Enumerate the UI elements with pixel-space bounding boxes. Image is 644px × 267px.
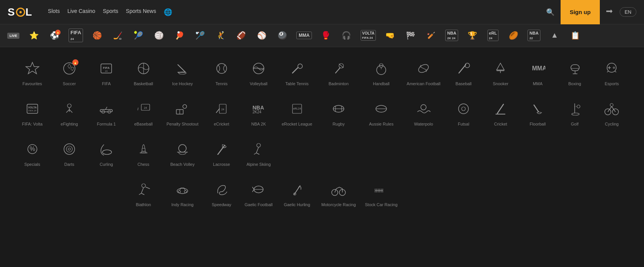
sport-card-icehockey[interactable]: Ice Hockey bbox=[163, 55, 201, 92]
esports-nav-icon: 🎧 bbox=[342, 31, 351, 40]
sport-card-boxing[interactable]: Boxing bbox=[558, 55, 591, 92]
sport-card-erocketleague[interactable]: eRL24 eRocket League bbox=[279, 95, 315, 132]
nav-tennis[interactable]: 🎾 bbox=[129, 29, 148, 42]
sport-card-rugby[interactable]: Rugby bbox=[318, 95, 359, 132]
nav-nba[interactable]: NBA22 bbox=[524, 28, 543, 43]
svg-rect-33 bbox=[571, 65, 579, 71]
sport-label: Darts bbox=[64, 162, 74, 167]
volleyball-icon: 🏐 bbox=[154, 31, 164, 40]
sport-label: Gaelic Hurling bbox=[284, 202, 310, 207]
nav-up[interactable]: ▲ bbox=[545, 29, 564, 42]
nav-basketball[interactable]: 🏀 bbox=[88, 29, 107, 42]
sport-card-penaltyshootout[interactable]: Penalty Shootout bbox=[163, 95, 201, 132]
sport-card-ecricket[interactable]: 24 eCricket bbox=[205, 95, 238, 132]
search-button[interactable]: 🔍 bbox=[546, 8, 555, 16]
sport-card-alpineskiing[interactable]: Alpine Skiing bbox=[241, 135, 275, 173]
sport-card-cricket[interactable]: Cricket bbox=[484, 95, 518, 132]
sport-card-tennis[interactable]: Tennis bbox=[205, 55, 238, 92]
nav-table-tennis[interactable]: 🏓 bbox=[170, 29, 189, 42]
sport-card-fifa[interactable]: FIFA24 FIFA bbox=[89, 55, 123, 92]
nav-baseball[interactable]: ⚾ bbox=[252, 29, 271, 42]
sport-card-gaelicfootball[interactable]: Gaelic Football bbox=[241, 176, 275, 213]
sport-card-speedway[interactable]: Speedway bbox=[205, 176, 238, 213]
nav-formula1[interactable]: 🏁 bbox=[401, 29, 420, 42]
nav-live[interactable]: LIVE bbox=[4, 31, 23, 40]
nav-live-casino[interactable]: Live Casino bbox=[67, 8, 95, 16]
motorcycleracing-icon bbox=[331, 182, 346, 199]
nav-volta[interactable]: VOLTAFIFA 24 bbox=[358, 29, 379, 43]
globe-icon: 🌐 bbox=[164, 8, 172, 16]
sport-card-volleyball[interactable]: Volleyball bbox=[241, 55, 275, 92]
logo[interactable]: SL bbox=[8, 6, 33, 18]
sport-card-americanfootball[interactable]: American Football bbox=[404, 55, 444, 92]
nav-soccer[interactable]: ⚽🔥 bbox=[45, 29, 64, 42]
svg-point-20 bbox=[377, 65, 386, 75]
sport-card-waterpolo[interactable]: Waterpolo bbox=[404, 95, 444, 132]
nav-rugby[interactable]: 🏉 bbox=[504, 29, 523, 42]
nav-ice-hockey[interactable]: 🏒 bbox=[108, 29, 127, 42]
nav-fifa[interactable]: FIFA24 bbox=[66, 27, 86, 44]
sport-card-efighting[interactable]: eFighting bbox=[52, 95, 86, 132]
sports-nav-bar: LIVE ⭐ ⚽🔥 FIFA24 🏀 🏒 🎾 🏐 🏓 🏸 🤾 🏈 ⚾ 🎱 MMA bbox=[0, 24, 644, 47]
sport-card-motorcycleracing[interactable]: Motorcycle Racing bbox=[318, 176, 359, 213]
sport-card-specials[interactable]: % Specials bbox=[15, 135, 49, 173]
star-icon: ⭐ bbox=[29, 31, 39, 40]
nav-trophy[interactable]: 🏆 bbox=[463, 29, 482, 42]
login-button[interactable]: ⮕ bbox=[606, 8, 614, 16]
nav-erocketleague[interactable]: eRL24 bbox=[483, 28, 502, 43]
sport-card-badminton[interactable]: Badminton bbox=[318, 55, 359, 92]
sport-card-floorball[interactable]: Floorball bbox=[521, 95, 555, 132]
sport-card-chess[interactable]: Chess bbox=[126, 135, 160, 173]
nav-snooker[interactable]: 🎱 bbox=[273, 29, 292, 42]
svg-line-42 bbox=[615, 71, 616, 72]
nav-sports[interactable]: Sports bbox=[103, 8, 118, 16]
sport-card-tabletennis[interactable]: Table Tennis bbox=[279, 55, 315, 92]
nav-american-football[interactable]: 🏈 bbox=[232, 29, 251, 42]
sport-card-star[interactable]: Favourites bbox=[15, 55, 49, 92]
sport-card-mma[interactable]: MMA MMA bbox=[521, 55, 555, 92]
sport-card-esports[interactable]: Esports bbox=[595, 55, 629, 92]
sport-card-cycling[interactable]: Cycling bbox=[595, 95, 629, 132]
nav-ecricket[interactable]: 🏏 bbox=[422, 30, 441, 42]
sport-card-gaelichurling[interactable]: Gaelic Hurling bbox=[279, 176, 315, 213]
sport-label: Handball bbox=[373, 81, 389, 86]
nav-esports[interactable]: 🎧 bbox=[337, 29, 356, 42]
nav-badminton[interactable]: 🏸 bbox=[190, 29, 209, 42]
sport-card-formula1[interactable]: Formula 1 bbox=[89, 95, 123, 132]
svg-line-48 bbox=[66, 110, 69, 113]
sport-card-aussierules[interactable]: Aussie Rules bbox=[362, 95, 401, 132]
svg-point-75 bbox=[462, 107, 465, 111]
sport-card-ebaseball[interactable]: /24 eBaseball bbox=[126, 95, 160, 132]
sport-card-lacrosse[interactable]: Lacrosse bbox=[205, 135, 238, 173]
nav-betslip[interactable]: 📋 bbox=[566, 29, 585, 42]
sport-card-biathlon[interactable]: Biathlon bbox=[126, 176, 160, 213]
sport-card-golf[interactable]: Golf bbox=[558, 95, 591, 132]
volta-icon: VOLTAFIFA 24 bbox=[361, 30, 376, 41]
nav-slots[interactable]: Slots bbox=[48, 8, 60, 16]
nav-efighting[interactable]: 🤜 bbox=[380, 29, 400, 42]
sport-card-curling[interactable]: Curling bbox=[89, 135, 123, 173]
language-button[interactable]: EN bbox=[620, 7, 636, 17]
nav-sports-news[interactable]: Sports News bbox=[126, 8, 156, 16]
nav-handball[interactable]: 🤾 bbox=[211, 29, 230, 42]
sport-card-stockcarracing[interactable]: Stock Car Racing bbox=[362, 176, 401, 213]
sport-card-basketball[interactable]: Basketball bbox=[126, 55, 160, 92]
sport-card-handball[interactable]: Handball bbox=[362, 55, 401, 92]
sport-card-indyracing[interactable]: Indy Racing bbox=[163, 176, 201, 213]
nav-nba2k[interactable]: NBA2K 24 bbox=[442, 28, 461, 43]
sport-card-soccer[interactable]: 🔥 Soccer bbox=[52, 55, 86, 92]
sport-card-futsal[interactable]: Futsal bbox=[447, 95, 481, 132]
sport-label: Floorball bbox=[530, 122, 546, 126]
sport-card-nba2k[interactable]: NBA2K24 NBA 2K bbox=[241, 95, 275, 132]
nav-favourites[interactable]: ⭐ bbox=[24, 29, 43, 42]
sport-card-baseball[interactable]: Baseball bbox=[447, 55, 481, 92]
nav-boxing[interactable]: 🥊 bbox=[316, 29, 336, 42]
sport-card-darts[interactable]: Darts bbox=[52, 135, 86, 173]
signup-button[interactable]: Sign up bbox=[561, 0, 600, 24]
nav-volleyball[interactable]: 🏐 bbox=[149, 29, 168, 42]
sport-card-beachvolley[interactable]: Beach Volley bbox=[163, 135, 201, 173]
svg-point-80 bbox=[572, 113, 579, 115]
sport-card-snooker[interactable]: Snooker bbox=[484, 55, 518, 92]
sport-card-fifavolta[interactable]: VOLTAFIFA 24 FIFA: Volta bbox=[15, 95, 49, 132]
nav-mma[interactable]: MMA bbox=[293, 30, 315, 41]
